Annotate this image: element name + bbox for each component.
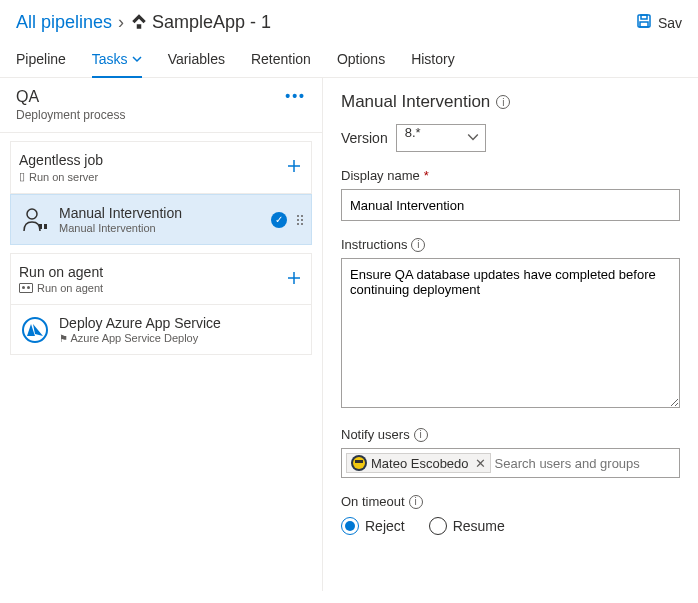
remove-chip-button[interactable]: ✕ (475, 456, 486, 471)
notify-users-label: Notify users (341, 427, 410, 442)
instructions-textarea[interactable]: Ensure QA database updates have complete… (341, 258, 680, 408)
save-icon (636, 13, 652, 32)
stage-subtitle: Deployment process (16, 108, 125, 122)
notify-search-input[interactable] (495, 456, 675, 471)
check-icon: ✓ (271, 212, 287, 228)
add-task-button[interactable] (285, 157, 303, 178)
flag-icon: ⚑ (59, 333, 68, 344)
tab-pipeline[interactable]: Pipeline (16, 43, 66, 77)
on-timeout-label: On timeout (341, 494, 405, 509)
server-icon: ▯ (19, 170, 25, 183)
tab-retention[interactable]: Retention (251, 43, 311, 77)
chevron-down-icon (467, 131, 479, 146)
svg-rect-1 (641, 15, 647, 19)
drag-handle[interactable] (295, 215, 305, 225)
instructions-label: Instructions (341, 237, 407, 252)
person-icon (21, 206, 49, 234)
display-name-input[interactable] (341, 189, 680, 221)
task-manual-intervention[interactable]: Manual Intervention Manual Intervention … (10, 194, 312, 245)
info-icon[interactable]: i (411, 238, 425, 252)
user-chip: Mateo Escobedo ✕ (346, 453, 491, 473)
info-icon[interactable]: i (496, 95, 510, 109)
avatar-icon (351, 455, 367, 471)
add-task-button[interactable] (285, 269, 303, 290)
info-icon[interactable]: i (414, 428, 428, 442)
version-label: Version (341, 130, 388, 146)
radio-icon (429, 517, 447, 535)
timeout-resume-radio[interactable]: Resume (429, 517, 505, 535)
notify-users-input[interactable]: Mateo Escobedo ✕ (341, 448, 680, 478)
tab-options[interactable]: Options (337, 43, 385, 77)
agent-icon (19, 283, 33, 293)
tab-tasks[interactable]: Tasks (92, 43, 142, 77)
stage-more-button[interactable]: ••• (285, 88, 306, 122)
tab-history[interactable]: History (411, 43, 455, 77)
svg-rect-8 (355, 460, 363, 463)
svg-point-3 (27, 209, 37, 219)
svg-rect-5 (44, 224, 47, 229)
svg-rect-4 (39, 224, 42, 229)
agentless-job-header[interactable]: Agentless job ▯Run on server (10, 141, 312, 194)
svg-rect-2 (640, 22, 648, 27)
tab-variables[interactable]: Variables (168, 43, 225, 77)
breadcrumb-separator: › (118, 12, 124, 33)
display-name-label: Display name (341, 168, 420, 183)
chevron-down-icon (132, 51, 142, 67)
save-button[interactable]: Sav (636, 13, 682, 32)
breadcrumb-current: SampleApp - 1 (152, 12, 271, 33)
panel-title: Manual Intervention (341, 92, 490, 112)
timeout-reject-radio[interactable]: Reject (341, 517, 405, 535)
pipeline-icon (130, 13, 152, 32)
azure-icon (21, 316, 49, 344)
task-deploy-azure[interactable]: Deploy Azure App Service ⚑ Azure App Ser… (10, 305, 312, 355)
info-icon[interactable]: i (409, 495, 423, 509)
required-indicator: * (424, 168, 429, 183)
tab-bar: Pipeline Tasks Variables Retention Optio… (0, 43, 698, 78)
stage-name[interactable]: QA (16, 88, 125, 106)
breadcrumb-root[interactable]: All pipelines (16, 12, 112, 33)
agent-job-header[interactable]: Run on agent Run on agent (10, 253, 312, 305)
radio-icon (341, 517, 359, 535)
version-select[interactable]: 8.* (396, 124, 486, 152)
